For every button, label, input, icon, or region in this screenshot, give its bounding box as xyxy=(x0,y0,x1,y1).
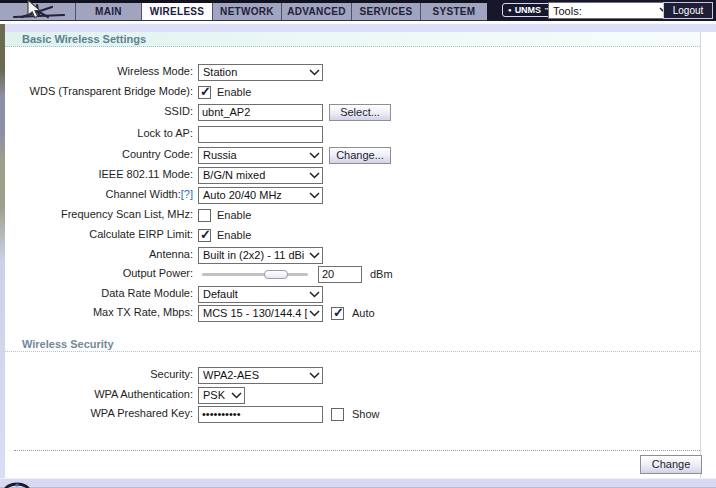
lock-to-ap-label: Lock to AP: xyxy=(0,127,193,139)
row-antenna: Antenna: Built in (2x2) - 11 dBi xyxy=(0,246,712,264)
output-power-slider[interactable] xyxy=(198,269,310,280)
tab-advanced[interactable]: ADVANCED xyxy=(281,3,351,20)
row-lock-to-ap: Lock to AP: xyxy=(0,125,712,143)
chevron-down-icon xyxy=(307,172,322,179)
country-code-label: Country Code: xyxy=(0,148,193,160)
wireless-mode-label: Wireless Mode: xyxy=(0,65,193,77)
channel-width-value: Auto 20/40 MHz xyxy=(199,189,307,201)
wpa-auth-label: WPA Authentication: xyxy=(0,388,193,400)
row-output-power: Output Power: dBm xyxy=(0,265,712,283)
logout-button[interactable]: Logout xyxy=(663,2,713,19)
tools-select-value: Tools: xyxy=(549,5,657,17)
country-code-select[interactable]: Russia xyxy=(198,147,323,164)
tab-services[interactable]: SERVICES xyxy=(351,3,420,20)
output-power-unit: dBm xyxy=(370,268,393,280)
ieee-mode-value: B/G/N mixed xyxy=(199,169,307,181)
antenna-value: Built in (2x2) - 11 dBi xyxy=(199,249,307,261)
tab-main[interactable]: MAIN xyxy=(75,3,141,20)
channel-width-help-link[interactable]: [?] xyxy=(181,188,193,200)
tab-system[interactable]: SYSTEM xyxy=(420,3,487,20)
data-rate-label: Data Rate Module: xyxy=(0,287,193,299)
section-title-basic: Basic Wireless Settings xyxy=(5,32,700,47)
data-rate-select[interactable]: Default xyxy=(198,286,323,303)
lock-to-ap-input[interactable] xyxy=(198,126,323,143)
tools-select[interactable]: Tools: xyxy=(548,2,673,19)
row-country-code: Country Code: Russia Change... xyxy=(0,146,712,164)
content-top-strip xyxy=(0,24,716,32)
eirp-enable-checkbox[interactable] xyxy=(198,229,211,242)
ssid-label: SSID: xyxy=(0,105,193,117)
row-wireless-mode: Wireless Mode: Station xyxy=(0,63,712,81)
tab-wireless[interactable]: WIRELESS xyxy=(141,3,212,20)
security-value: WPA2-AES xyxy=(199,369,307,381)
ssid-select-button[interactable]: Select... xyxy=(329,104,391,121)
wds-enable-label: Enable xyxy=(217,86,251,98)
antenna-select[interactable]: Built in (2x2) - 11 dBi xyxy=(198,247,323,264)
chevron-down-icon xyxy=(229,392,244,399)
tab-network[interactable]: NETWORK xyxy=(212,3,281,20)
country-change-button[interactable]: Change... xyxy=(329,147,391,164)
wpa-key-show-label: Show xyxy=(352,408,380,420)
row-max-tx-rate: Max TX Rate, Mbps: MCS 15 - 130/144.4 [2… xyxy=(0,304,712,322)
footer-strip xyxy=(0,478,716,488)
country-code-value: Russia xyxy=(199,149,307,161)
bottom-separator xyxy=(14,450,700,451)
wds-label: WDS (Transparent Bridge Mode): xyxy=(0,85,193,97)
output-power-label: Output Power: xyxy=(0,267,193,279)
wpa-key-input[interactable] xyxy=(198,406,323,423)
max-tx-auto-checkbox[interactable] xyxy=(331,307,344,320)
row-wpa-auth: WPA Authentication: PSK xyxy=(0,386,712,404)
wpa-auth-value: PSK xyxy=(199,389,229,401)
max-tx-rate-value: MCS 15 - 130/144.4 [270 xyxy=(199,307,307,319)
chevron-down-icon xyxy=(307,372,322,379)
freq-scan-enable-label: Enable xyxy=(217,209,251,221)
channel-width-label: Channel Width:[?] xyxy=(0,188,193,200)
max-tx-rate-label: Max TX Rate, Mbps: xyxy=(0,306,193,318)
security-label: Security: xyxy=(0,368,193,380)
max-tx-auto-label: Auto xyxy=(352,307,375,319)
slider-track xyxy=(202,273,308,276)
wireless-mode-value: Station xyxy=(199,66,307,78)
slider-handle[interactable] xyxy=(264,270,288,279)
chevron-down-icon xyxy=(307,310,322,317)
data-rate-value: Default xyxy=(199,288,307,300)
ieee-mode-label: IEEE 802.11 Mode: xyxy=(0,168,193,180)
row-eirp: Calculate EIRP Limit: Enable xyxy=(0,226,712,244)
unms-label: UNMS xyxy=(515,4,542,16)
wds-enable-checkbox[interactable] xyxy=(198,86,211,99)
chevron-down-icon xyxy=(307,69,322,76)
ieee-mode-select[interactable]: B/G/N mixed xyxy=(198,167,323,184)
row-ssid: SSID: Select... xyxy=(0,103,712,121)
freq-scan-enable-checkbox[interactable] xyxy=(198,209,211,222)
security-select[interactable]: WPA2-AES xyxy=(198,367,323,384)
eirp-label: Calculate EIRP Limit: xyxy=(0,228,193,240)
row-ieee-mode: IEEE 802.11 Mode: B/G/N mixed xyxy=(0,166,712,184)
row-freq-scan: Frequency Scan List, MHz: Enable xyxy=(0,206,712,224)
change-button[interactable]: Change xyxy=(640,455,702,474)
wireless-mode-select[interactable]: Station xyxy=(198,64,323,81)
row-wpa-key: WPA Preshared Key: Show xyxy=(0,405,712,423)
tab-bar: MAIN WIRELESS NETWORK ADVANCED SERVICES … xyxy=(0,3,487,21)
freq-scan-label: Frequency Scan List, MHz: xyxy=(0,208,193,220)
footer-logo-icon xyxy=(2,480,34,488)
wpa-auth-select[interactable]: PSK xyxy=(198,387,245,404)
wpa-key-show-checkbox[interactable] xyxy=(331,408,344,421)
antenna-label: Antenna: xyxy=(0,248,193,260)
max-tx-rate-select[interactable]: MCS 15 - 130/144.4 [270 xyxy=(198,305,323,322)
chevron-down-icon xyxy=(307,252,322,259)
row-data-rate: Data Rate Module: Default xyxy=(0,285,712,303)
row-security: Security: WPA2-AES xyxy=(0,366,712,384)
chevron-down-icon xyxy=(307,152,322,159)
row-channel-width: Channel Width:[?] Auto 20/40 MHz xyxy=(0,186,712,204)
channel-width-select[interactable]: Auto 20/40 MHz xyxy=(198,187,323,204)
mouse-cursor xyxy=(27,0,43,22)
output-power-input[interactable] xyxy=(318,266,362,283)
eirp-enable-label: Enable xyxy=(217,229,251,241)
airos-wireless-page: MAIN WIRELESS NETWORK ADVANCED SERVICES … xyxy=(0,0,716,488)
ssid-input[interactable] xyxy=(198,104,323,121)
chevron-down-icon xyxy=(307,291,322,298)
unms-dot-icon: ● xyxy=(508,4,512,16)
section-title-security: Wireless Security xyxy=(5,337,700,352)
wpa-key-label: WPA Preshared Key: xyxy=(0,407,193,419)
chevron-down-icon xyxy=(307,192,322,199)
